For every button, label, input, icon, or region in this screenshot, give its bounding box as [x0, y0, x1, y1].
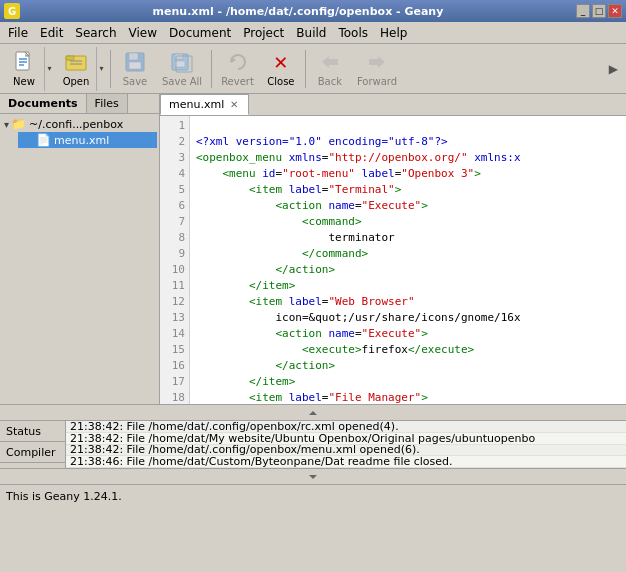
line-num-13: 13 — [164, 310, 185, 326]
log-message-1: 21:38:42: File /home/dat/.config/openbox… — [66, 421, 626, 433]
log-scroll-up-button[interactable] — [0, 405, 626, 421]
line-num-16: 16 — [164, 358, 185, 374]
tree-item-menuxml[interactable]: 📄 menu.xml — [18, 132, 157, 148]
title-bar-icon: G — [4, 3, 20, 19]
forward-icon — [365, 50, 389, 74]
log-message-4: 21:38:46: File /home/dat/Custom/Byteonpa… — [66, 456, 626, 468]
tree-item-folder[interactable]: ▾ 📁 ~/.confi...penbox — [2, 116, 157, 132]
title-bar: G menu.xml - /home/dat/.config/openbox -… — [0, 0, 626, 22]
svg-rect-19 — [369, 59, 378, 65]
save-icon — [123, 50, 147, 74]
tree-expand-arrow: ▾ — [4, 119, 9, 130]
open-icon — [64, 50, 88, 74]
line-num-3: 3 — [164, 150, 185, 166]
sidebar-tabs: Documents Files — [0, 94, 159, 114]
status-bar: This is Geany 1.24.1. — [0, 484, 626, 508]
open-button-group: Open ▾ — [56, 47, 106, 91]
save-all-icon — [170, 50, 194, 74]
tab-files[interactable]: Files — [87, 94, 128, 113]
line-num-2: 2 — [164, 134, 185, 150]
menu-document[interactable]: Document — [163, 24, 237, 42]
line-num-7: 7 — [164, 214, 185, 230]
line-num-18: 18 — [164, 390, 185, 404]
toolbar-separator-3 — [305, 50, 306, 88]
code-content[interactable]: <?xml version="1.0" encoding="utf-8"?> <… — [190, 116, 527, 404]
line-num-8: 8 — [164, 230, 185, 246]
line-num-17: 17 — [164, 374, 185, 390]
editor-tab-menuxml[interactable]: menu.xml ✕ — [160, 94, 249, 115]
log-messages: 21:38:42: File /home/dat/.config/openbox… — [66, 421, 626, 468]
menu-project[interactable]: Project — [237, 24, 290, 42]
forward-button[interactable]: Forward — [352, 47, 402, 91]
svg-marker-16 — [322, 56, 329, 68]
log-body: Status Compiler 21:38:42: File /home/dat… — [0, 421, 626, 468]
new-button[interactable]: New — [4, 47, 44, 91]
svg-marker-20 — [309, 411, 317, 415]
svg-rect-10 — [129, 62, 141, 69]
log-label-status: Status — [0, 421, 65, 442]
line-num-4: 4 — [164, 166, 185, 182]
line-num-10: 10 — [164, 262, 185, 278]
title-bar-title: menu.xml - /home/dat/.config/openbox - G… — [20, 5, 576, 18]
maximize-button[interactable]: □ — [592, 4, 606, 18]
toolbar-separator-2 — [211, 50, 212, 88]
menu-bar: File Edit Search View Document Project B… — [0, 22, 626, 44]
sidebar: Documents Files ▾ 📁 ~/.confi...penbox 📄 … — [0, 94, 160, 404]
close-icon: ✕ — [269, 50, 293, 74]
revert-icon — [226, 50, 250, 74]
log-message-2: 21:38:42: File /home/dat/My website/Ubun… — [66, 433, 626, 445]
line-num-11: 11 — [164, 278, 185, 294]
line-num-9: 9 — [164, 246, 185, 262]
log-labels: Status Compiler — [0, 421, 66, 468]
editor-tabs: menu.xml ✕ — [160, 94, 626, 116]
log-area: Status Compiler 21:38:42: File /home/dat… — [0, 404, 626, 484]
menu-build[interactable]: Build — [290, 24, 332, 42]
menu-view[interactable]: View — [123, 24, 163, 42]
log-scroll-down-button[interactable] — [0, 468, 626, 484]
tab-close-button[interactable]: ✕ — [228, 99, 240, 111]
folder-icon: 📁 — [11, 117, 26, 131]
save-button[interactable]: Save — [115, 47, 155, 91]
svg-marker-21 — [309, 475, 317, 479]
revert-button[interactable]: Revert — [216, 47, 259, 91]
tab-documents[interactable]: Documents — [0, 94, 87, 113]
svg-rect-17 — [329, 59, 338, 65]
line-num-6: 6 — [164, 198, 185, 214]
svg-rect-5 — [66, 56, 74, 60]
svg-marker-18 — [378, 56, 385, 68]
minimize-button[interactable]: _ — [576, 4, 590, 18]
new-button-group: New ▾ — [4, 47, 54, 91]
menu-edit[interactable]: Edit — [34, 24, 69, 42]
log-message-3: 21:38:42: File /home/dat/.config/openbox… — [66, 445, 626, 457]
toolbar-overflow-button[interactable]: ▶ — [605, 60, 622, 78]
menu-file[interactable]: File — [2, 24, 34, 42]
log-label-compiler: Compiler — [0, 442, 65, 463]
toolbar: New ▾ Open ▾ Sav — [0, 44, 626, 94]
line-num-14: 14 — [164, 326, 185, 342]
toolbar-separator-1 — [110, 50, 111, 88]
save-all-button[interactable]: Save All — [157, 47, 207, 91]
menu-search[interactable]: Search — [69, 24, 122, 42]
status-text: This is Geany 1.24.1. — [6, 490, 122, 503]
line-num-15: 15 — [164, 342, 185, 358]
editor-area: menu.xml ✕ 1 2 3 4 5 6 7 8 9 10 11 12 13… — [160, 94, 626, 404]
menu-tools[interactable]: Tools — [332, 24, 374, 42]
back-icon — [318, 50, 342, 74]
open-button[interactable]: Open — [56, 47, 96, 91]
back-button[interactable]: Back — [310, 47, 350, 91]
main-area: Documents Files ▾ 📁 ~/.confi...penbox 📄 … — [0, 94, 626, 404]
new-icon — [12, 50, 36, 74]
title-bar-controls: _ □ ✕ — [576, 4, 622, 18]
code-editor[interactable]: 1 2 3 4 5 6 7 8 9 10 11 12 13 14 15 16 1… — [160, 116, 626, 404]
line-numbers: 1 2 3 4 5 6 7 8 9 10 11 12 13 14 15 16 1… — [160, 116, 190, 404]
close-window-button[interactable]: ✕ — [608, 4, 622, 18]
open-arrow[interactable]: ▾ — [96, 47, 106, 91]
new-arrow[interactable]: ▾ — [44, 47, 54, 91]
menu-help[interactable]: Help — [374, 24, 413, 42]
svg-rect-9 — [129, 53, 138, 60]
file-icon: 📄 — [36, 133, 51, 147]
line-num-5: 5 — [164, 182, 185, 198]
file-tree: ▾ 📁 ~/.confi...penbox 📄 menu.xml — [0, 114, 159, 404]
line-num-1: 1 — [164, 118, 185, 134]
close-button[interactable]: ✕ Close — [261, 47, 301, 91]
